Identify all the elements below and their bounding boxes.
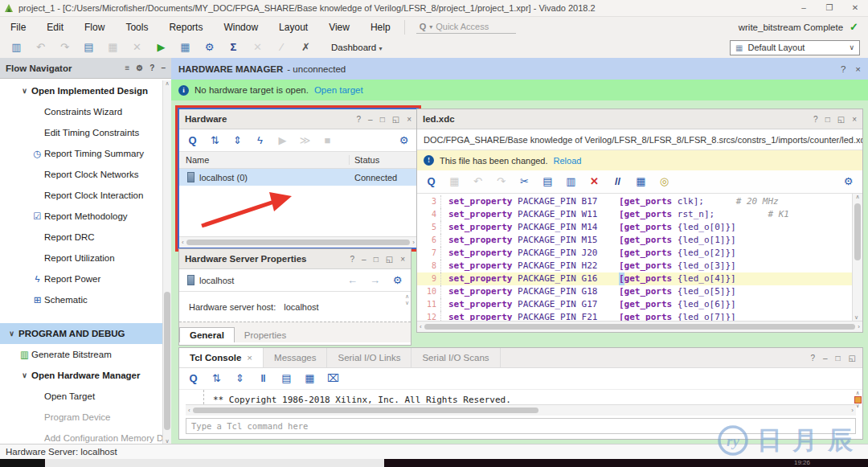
slash-icon[interactable]: ∕	[275, 41, 289, 54]
tab-general[interactable]: General	[179, 327, 235, 342]
scroll-left-icon[interactable]: ‹	[182, 239, 184, 246]
flow-item-report-clock-networks[interactable]: Report Clock Networks	[0, 164, 163, 185]
settings-icon[interactable]: ⚙	[397, 134, 411, 147]
maximize-icon[interactable]: □	[825, 115, 830, 124]
save-icon[interactable]: ▦	[448, 175, 461, 188]
flow-item-open-target[interactable]: Open Target	[0, 386, 163, 407]
code-line-5[interactable]: 5set_property PACKAGE_PIN M14 [get_ports…	[417, 221, 853, 234]
scroll-up-icon[interactable]: ∧	[855, 194, 859, 199]
settings-icon[interactable]: ⚙	[136, 63, 143, 72]
run-all-icon[interactable]: ≫	[298, 134, 312, 147]
flow-item-add-configuration-memory-de[interactable]: Add Configuration Memory De	[0, 428, 163, 444]
menu-layout[interactable]: Layout	[268, 22, 318, 33]
flow-item-constraints-wizard[interactable]: Constraints Wizard	[0, 101, 163, 122]
help-icon[interactable]: ?	[813, 115, 818, 124]
scrollbar-horizontal[interactable]: ‹ ›	[186, 404, 856, 416]
scrollbar-thumb[interactable]	[854, 203, 861, 260]
scroll-left-icon[interactable]: ‹	[420, 323, 422, 330]
open-target-link[interactable]: Open target	[314, 85, 363, 95]
scrollbar-thumb[interactable]	[193, 408, 538, 413]
scrollbar-vertical[interactable]: ∧ ∨	[852, 194, 862, 321]
close-icon[interactable]: ×	[400, 255, 405, 264]
quick-access-search[interactable]: Q ▾ Quick Access	[416, 20, 516, 34]
maximize-icon[interactable]: □	[836, 354, 841, 363]
close-icon[interactable]: ×	[407, 115, 411, 124]
flow-item-open-implemented-design[interactable]: ∨Open Implemented Design	[0, 80, 163, 101]
cancel-icon[interactable]: ✗	[299, 41, 313, 54]
tab-serial-i-o-links[interactable]: Serial I/O Links	[327, 348, 411, 367]
code-line-3[interactable]: 3set_property PACKAGE_PIN B17 [get_ports…	[417, 195, 853, 208]
code-line-9[interactable]: 9set_property PACKAGE_PIN G16 [get_ports…	[417, 272, 853, 285]
tab-properties[interactable]: Properties	[235, 328, 296, 342]
columns-icon[interactable]: ▦	[303, 372, 317, 385]
close-button[interactable]: ✕	[842, 0, 868, 16]
close-icon[interactable]: ×	[855, 64, 861, 74]
columns-icon[interactable]: ▦	[634, 175, 648, 188]
maximize-icon[interactable]: □	[380, 115, 385, 124]
server-properties-title-bar[interactable]: Hardware Server Properties ? – □ ◱ ×	[179, 249, 411, 269]
collapse-icon[interactable]: ≡	[125, 63, 130, 72]
hardware-row[interactable]: localhost (0)Connected	[179, 169, 417, 186]
cut-icon[interactable]: ✂	[518, 175, 531, 188]
pause-output-icon[interactable]: ‖	[256, 372, 270, 385]
flow-item-open-hardware-manager[interactable]: ∨Open Hardware Manager	[0, 365, 163, 386]
scroll-left-icon[interactable]: ‹	[188, 407, 190, 414]
clear-icon[interactable]: ⌧	[326, 372, 340, 385]
flow-item-report-clock-interaction[interactable]: Report Clock Interaction	[0, 185, 163, 206]
lightbulb-icon[interactable]: ◎	[657, 175, 671, 188]
code-line-12[interactable]: 12set_property PACKAGE_PIN F21 [get_port…	[417, 311, 853, 321]
sum-icon[interactable]: Σ	[227, 41, 240, 54]
tab-messages[interactable]: Messages	[264, 348, 327, 367]
code-line-11[interactable]: 11set_property PACKAGE_PIN G17 [get_port…	[417, 298, 853, 311]
stop-icon[interactable]: ■	[321, 134, 334, 147]
forward-icon[interactable]: →	[368, 274, 382, 287]
delete-icon[interactable]: ✕	[588, 175, 601, 188]
flow-item-report-timing-summary[interactable]: ◷Report Timing Summary	[0, 143, 163, 164]
flow-item-schematic[interactable]: ⊞Schematic	[0, 289, 163, 310]
scrollbar-horizontal[interactable]: ‹ ›	[417, 321, 862, 332]
code-line-4[interactable]: 4set_property PACKAGE_PIN W11 [get_ports…	[417, 208, 853, 221]
console-output[interactable]: ** Copyright 1986-2018 Xilinx, Inc. All …	[179, 390, 862, 404]
maximize-icon[interactable]: □	[374, 255, 379, 264]
minimize-icon[interactable]: –	[823, 354, 828, 363]
report-icon[interactable]: ▤	[82, 41, 96, 54]
flow-item-report-power[interactable]: ϟReport Power	[0, 268, 163, 289]
paste-icon[interactable]: ▦	[106, 41, 120, 54]
redo-icon[interactable]: ↷	[58, 41, 72, 54]
close-icon[interactable]: ×	[247, 353, 252, 363]
code-line-7[interactable]: 7set_property PACKAGE_PIN J20 [get_ports…	[417, 247, 853, 260]
flow-item-report-methodology[interactable]: ☑Report Methodology	[0, 206, 163, 227]
minimize-button[interactable]: –	[791, 0, 817, 16]
code-area[interactable]: 3set_property PACKAGE_PIN B17 [get_ports…	[417, 194, 862, 321]
hardware-panel-title-bar[interactable]: Hardware ? – □ ◱ ×	[179, 109, 417, 129]
editor-title-bar[interactable]: led.xdc ? □ ◱ ×	[417, 109, 862, 129]
float-icon[interactable]: ◱	[392, 115, 399, 124]
code-line-8[interactable]: 8set_property PACKAGE_PIN H22 [get_ports…	[417, 260, 853, 272]
layout-select[interactable]: ▦ Default Layout ∨	[730, 40, 860, 55]
dashboard-menu[interactable]: Dashboard ▾	[331, 43, 382, 52]
code-line-10[interactable]: 10set_property PACKAGE_PIN G18 [get_port…	[417, 285, 853, 298]
menu-help[interactable]: Help	[360, 22, 401, 33]
run-trigger-icon[interactable]: ▶	[276, 134, 289, 147]
menu-file[interactable]: File	[0, 22, 36, 33]
float-icon[interactable]: ◱	[849, 354, 856, 363]
chevron-down-icon[interactable]: ∨	[18, 87, 31, 95]
close-icon[interactable]: ×	[852, 115, 857, 124]
collapse-all-icon[interactable]: ⇅	[210, 372, 223, 385]
code-line-6[interactable]: 6set_property PACKAGE_PIN M15 [get_ports…	[417, 234, 853, 247]
paste-icon[interactable]: ▥	[564, 175, 578, 188]
scroll-down-icon[interactable]: ∨	[854, 314, 858, 321]
menu-view[interactable]: View	[318, 22, 360, 33]
scrollbar-thumb[interactable]	[164, 292, 170, 430]
chevron-down-icon[interactable]: ∨	[18, 371, 31, 379]
settings-icon[interactable]: ⚙	[391, 274, 404, 287]
program-device-icon[interactable]: ▦	[178, 41, 192, 54]
settings-icon[interactable]: ⚙	[203, 41, 216, 54]
minimize-icon[interactable]: –	[368, 115, 373, 124]
minimize-icon[interactable]: –	[362, 255, 366, 264]
scrollbar-vertical[interactable]: ∧ ∨	[162, 80, 171, 444]
search-icon[interactable]: Q	[424, 175, 438, 188]
copy-icon[interactable]: ▤	[541, 175, 555, 188]
settings-icon[interactable]: ⚙	[841, 175, 855, 188]
collapse-all-icon[interactable]: ⇅	[208, 134, 222, 147]
